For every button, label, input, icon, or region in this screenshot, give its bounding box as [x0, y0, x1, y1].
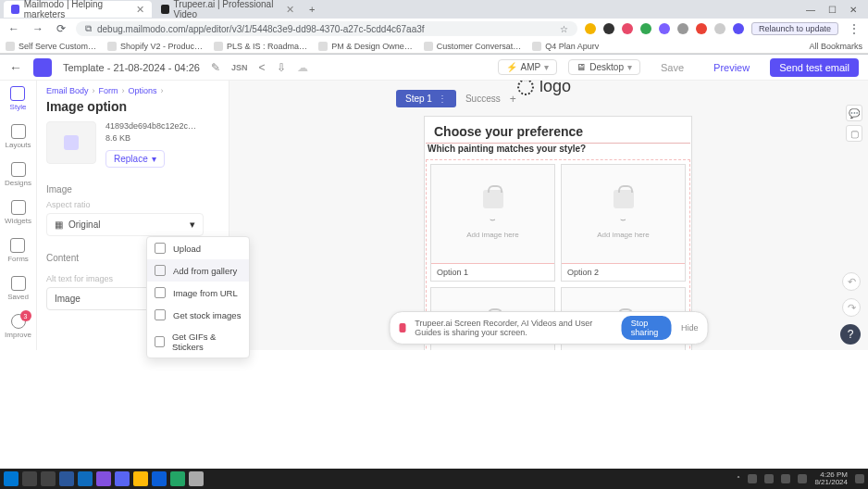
crumb-email-body[interactable]: Email Body [46, 86, 89, 95]
address-bar[interactable]: ⧉ debug.mailmodo.com/app/editor/v3/1/544… [76, 21, 577, 36]
taskbar-app-icon[interactable] [189, 471, 204, 486]
step-tab-1[interactable]: Step 1⋮ [396, 90, 456, 107]
browser-tab-mailmodo[interactable]: Mailmodo | Helping marketers ✕ [4, 1, 152, 18]
all-bookmarks-link[interactable]: All Bookmarks [809, 42, 862, 51]
logo-icon [517, 81, 534, 95]
rail-improve[interactable]: 3 Improve [5, 314, 31, 339]
tab-title: Mailmodo | Helping marketers [24, 0, 131, 19]
rail-style[interactable]: Style [10, 86, 27, 111]
rail-forms[interactable]: Forms [7, 238, 29, 263]
dd-get-gifs[interactable]: Get GIFs & Stickers [147, 326, 249, 357]
notifications-icon[interactable] [855, 474, 864, 483]
minimize-button[interactable]: — [806, 5, 815, 15]
template-name[interactable]: Template - 21-08-2024 - 04:26 [63, 62, 200, 73]
taskbar-app-icon[interactable] [170, 471, 185, 486]
back-arrow[interactable]: ← [9, 60, 22, 75]
crumb-form[interactable]: Form [99, 86, 118, 95]
start-button[interactable] [4, 471, 19, 486]
add-step-button[interactable]: + [510, 93, 516, 106]
extension-icon[interactable] [659, 23, 670, 34]
wifi-icon[interactable] [781, 474, 790, 483]
replace-button[interactable]: Replace▾ [105, 150, 165, 168]
option-2[interactable]: ⌣Add image here Option 2 [561, 164, 686, 282]
stop-sharing-button[interactable]: Stop sharing [622, 316, 672, 340]
step-menu-icon[interactable]: ⋮ [438, 94, 447, 104]
volume-icon[interactable] [798, 474, 807, 483]
taskbar-app-icon[interactable] [78, 471, 93, 486]
taskbar-app-icon[interactable] [133, 471, 148, 486]
profile-avatar[interactable] [733, 23, 744, 34]
extension-icon[interactable] [585, 23, 596, 34]
extension-icon[interactable] [696, 23, 707, 34]
option-1[interactable]: ⌣Add image here Option 1 [430, 164, 555, 282]
search-button[interactable] [22, 471, 37, 486]
extension-icon[interactable] [603, 23, 614, 34]
chrome-menu-button[interactable]: ⋮ [846, 22, 862, 35]
json-icon[interactable]: JSN [231, 63, 248, 72]
image-section-label: Image [46, 184, 219, 194]
layer-tool[interactable]: ▢ [846, 125, 862, 142]
gif-icon [155, 336, 165, 347]
taskbar-app-icon[interactable] [59, 471, 74, 486]
dd-add-from-gallery[interactable]: Add from gallery [147, 259, 249, 282]
bookmark-item[interactable]: PLS & IS : Roadma… [214, 42, 307, 51]
bookmark-item[interactable]: Customer Conversat… [424, 42, 522, 51]
undo-fab[interactable]: ↶ [842, 272, 861, 291]
clock-date[interactable]: 8/21/2024 [814, 479, 848, 486]
tray-chevron-icon[interactable]: ˄ [737, 475, 740, 483]
close-window-button[interactable]: ✕ [849, 5, 857, 15]
taskbar-app-icon[interactable] [96, 471, 111, 486]
download-icon[interactable]: ⇩ [277, 61, 286, 74]
logo-placeholder[interactable]: logo [517, 81, 571, 96]
send-test-button[interactable]: Send test email [770, 58, 859, 77]
window-controls: — ☐ ✕ [806, 5, 864, 15]
image-thumbnail[interactable] [46, 121, 96, 164]
taskbar-app-icon[interactable] [115, 471, 130, 486]
amp-toggle[interactable]: ⚡AMP▾ [498, 59, 558, 75]
upload-icon [155, 243, 166, 254]
share-icon[interactable]: < [259, 61, 266, 74]
rail-layouts[interactable]: Layouts [5, 124, 31, 149]
dd-upload[interactable]: Upload [147, 237, 249, 259]
dd-image-from-url[interactable]: Image from URL [147, 282, 249, 304]
relaunch-button[interactable]: Relaunch to update [751, 22, 838, 35]
reload-button[interactable]: ⟳ [54, 22, 68, 35]
comment-tool[interactable]: 💬 [846, 105, 862, 121]
rail-designs[interactable]: Designs [5, 162, 31, 187]
mailmodo-logo[interactable] [33, 58, 52, 77]
tray-icon[interactable] [764, 474, 774, 483]
extension-icon[interactable] [677, 23, 688, 34]
browser-tab-trupeer[interactable]: Trupeer.ai | Professional Video ✕ [154, 1, 302, 18]
close-icon[interactable]: ✕ [286, 4, 294, 16]
extension-icon[interactable] [640, 23, 651, 34]
extension-icon[interactable] [622, 23, 633, 34]
save-button[interactable]: Save [651, 59, 693, 76]
task-view-button[interactable] [41, 471, 56, 486]
bookmark-item[interactable]: Shopify V2 - Produc… [107, 42, 203, 51]
new-tab-button[interactable]: + [304, 4, 320, 15]
redo-fab[interactable]: ↷ [842, 298, 861, 317]
device-toggle[interactable]: 🖥Desktop▾ [568, 59, 640, 75]
bookmark-item[interactable]: PM & Design Owne… [318, 42, 413, 51]
aspect-ratio-select[interactable]: ▦Original ▾ [46, 213, 204, 236]
maximize-button[interactable]: ☐ [828, 5, 837, 15]
close-icon[interactable]: ✕ [136, 4, 144, 16]
recorder-icon [400, 323, 406, 332]
step-tab-success[interactable]: Success [465, 94, 501, 104]
bookmark-item[interactable]: Self Serve Custom… [6, 42, 96, 51]
edit-icon[interactable]: ✎ [211, 61, 220, 74]
cloud-icon: ☁ [297, 61, 308, 74]
extensions-menu-icon[interactable] [714, 23, 725, 34]
rail-widgets[interactable]: Widgets [5, 200, 31, 225]
hide-share-button[interactable]: Hide [681, 323, 699, 332]
forward-button[interactable]: → [30, 22, 46, 35]
preview-button[interactable]: Preview [704, 59, 759, 76]
back-button[interactable]: ← [6, 22, 22, 35]
rail-saved[interactable]: Saved [7, 276, 29, 301]
tray-icon[interactable] [748, 474, 757, 483]
bookmark-item[interactable]: Q4 Plan Apurv [532, 42, 599, 51]
dd-get-stock[interactable]: Get stock images [147, 304, 249, 326]
crumb-options[interactable]: Options [129, 86, 157, 95]
taskbar-app-icon[interactable] [152, 471, 167, 486]
help-fab[interactable]: ? [840, 324, 861, 345]
